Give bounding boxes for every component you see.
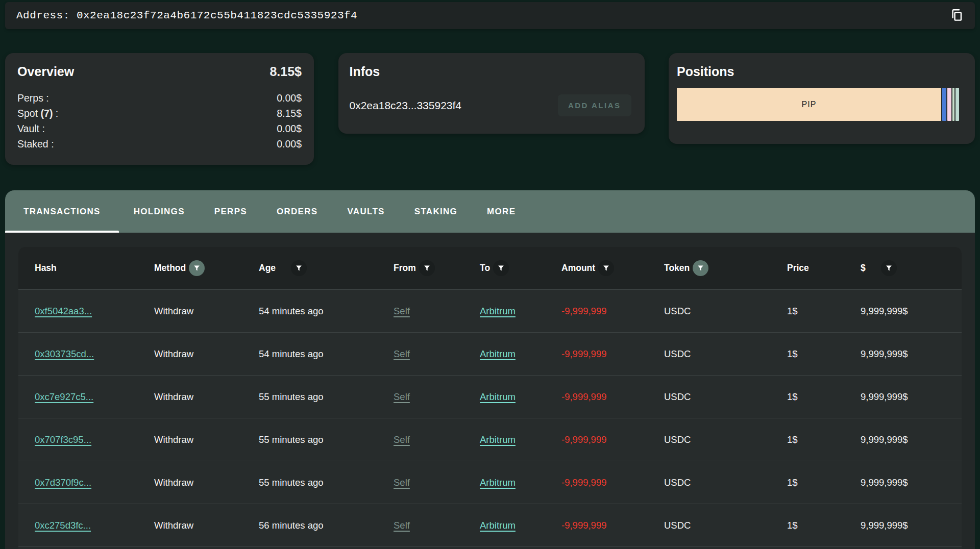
- table-row: 0x303735cd... Withdraw 54 minutes ago Se…: [18, 332, 962, 375]
- to-link[interactable]: Arbitrum: [480, 477, 516, 488]
- column-header-usd: $: [850, 260, 962, 276]
- overview-row-spot: Spot (7) : 8.15$: [17, 106, 302, 121]
- tab-vaults[interactable]: VAULTS: [332, 190, 399, 233]
- short-address: 0x2ea18c23...335923f4: [350, 99, 462, 112]
- from-link[interactable]: Self: [394, 477, 410, 488]
- position-segment-seg5[interactable]: [955, 88, 959, 121]
- tx-hash-link[interactable]: 0xc7e927c5...: [35, 391, 93, 403]
- usd-filter-icon[interactable]: [881, 260, 897, 276]
- address-text: Address: 0x2ea18c23f72a4b6172c55b411823c…: [16, 10, 945, 21]
- tab-perps[interactable]: PERPS: [200, 190, 262, 233]
- overview-row-vault: Vault : 0.00$: [17, 121, 302, 136]
- overview-total-value: 8.15$: [270, 64, 302, 79]
- overview-row-staked: Staked : 0.00$: [17, 136, 302, 152]
- spot-count: (7): [41, 108, 53, 119]
- from-filter-icon[interactable]: [419, 260, 435, 276]
- staked-value: 0.00$: [277, 136, 302, 152]
- position-segment-pip[interactable]: PIP: [677, 88, 941, 121]
- tx-hash-link[interactable]: 0xf5042aa3...: [35, 306, 92, 317]
- table-row: 0xf5042aa3... Withdraw 54 minutes ago Se…: [18, 289, 962, 332]
- amount-filter-icon[interactable]: [598, 260, 614, 276]
- address-bar: Address: 0x2ea18c23f72a4b6172c55b411823c…: [5, 2, 975, 29]
- tx-hash-link[interactable]: 0x7d370f9c...: [35, 477, 91, 488]
- explorer-page: Address: 0x2ea18c23f72a4b6172c55b411823c…: [0, 0, 980, 549]
- to-filter-icon[interactable]: [493, 260, 509, 276]
- positions-title: Positions: [677, 64, 734, 79]
- table-row: 0xc7e927c5... Withdraw 55 minutes ago Se…: [18, 375, 962, 418]
- tab-bar: TRANSACTIONSHOLDINGSPERPSORDERSVAULTSSTA…: [5, 190, 975, 233]
- overview-card: Overview 8.15$ Perps : 0.00$ Spot (7) : …: [5, 53, 314, 165]
- tab-orders[interactable]: ORDERS: [262, 190, 333, 233]
- tx-hash-link[interactable]: 0xc275d3fc...: [35, 520, 91, 531]
- transactions-panel: Hash Method Age From To Amount Token Pri…: [5, 233, 975, 549]
- position-segment-seg4[interactable]: [952, 88, 954, 121]
- column-header-amount: Amount: [551, 260, 654, 276]
- copy-icon: [950, 8, 964, 23]
- column-header-method: Method: [144, 260, 249, 276]
- positions-bar: PIP: [677, 88, 959, 121]
- age-filter-icon[interactable]: [291, 260, 307, 276]
- spot-value: 8.15$: [277, 106, 302, 121]
- infos-card: Infos 0x2ea18c23...335923f4 ADD ALIAS: [338, 53, 645, 134]
- tx-hash-link[interactable]: 0x303735cd...: [35, 348, 94, 360]
- position-segment-seg2[interactable]: [942, 88, 946, 121]
- add-alias-button[interactable]: ADD ALIAS: [558, 94, 631, 116]
- to-link[interactable]: Arbitrum: [480, 348, 516, 360]
- table-row-partial: [18, 546, 962, 549]
- overview-title: Overview: [17, 64, 74, 79]
- copy-address-button[interactable]: [945, 5, 968, 27]
- from-link[interactable]: Self: [394, 434, 410, 445]
- position-segment-seg3[interactable]: [947, 88, 951, 121]
- column-header-age: Age: [249, 260, 383, 276]
- from-link[interactable]: Self: [394, 306, 410, 317]
- overview-row-perps: Perps : 0.00$: [17, 90, 302, 106]
- tab-staking[interactable]: STAKING: [400, 190, 472, 233]
- table-header-row: Hash Method Age From To Amount Token Pri…: [18, 247, 962, 289]
- transactions-table: Hash Method Age From To Amount Token Pri…: [18, 247, 962, 549]
- to-link[interactable]: Arbitrum: [480, 306, 516, 317]
- method-filter-icon[interactable]: [189, 260, 205, 276]
- infos-title: Infos: [350, 64, 380, 79]
- token-filter-icon[interactable]: [693, 260, 708, 276]
- summary-cards: Overview 8.15$ Perps : 0.00$ Spot (7) : …: [5, 53, 975, 165]
- column-header-price: Price: [777, 263, 850, 273]
- from-link[interactable]: Self: [394, 348, 410, 360]
- positions-card: Positions PIP: [669, 53, 975, 144]
- tab-more[interactable]: MORE: [472, 190, 530, 233]
- table-body: 0xf5042aa3... Withdraw 54 minutes ago Se…: [18, 289, 962, 549]
- column-header-from: From: [383, 260, 470, 276]
- table-row: 0xc275d3fc... Withdraw 56 minutes ago Se…: [18, 504, 962, 546]
- column-header-hash: Hash: [18, 263, 144, 273]
- column-header-token: Token: [654, 260, 777, 276]
- from-link[interactable]: Self: [394, 520, 410, 531]
- column-header-to: To: [470, 260, 551, 276]
- from-link[interactable]: Self: [394, 391, 410, 403]
- tab-holdings[interactable]: HOLDINGS: [119, 190, 200, 233]
- vault-value: 0.00$: [277, 121, 302, 136]
- table-row: 0x7d370f9c... Withdraw 55 minutes ago Se…: [18, 461, 962, 504]
- tab-transactions[interactable]: TRANSACTIONS: [5, 190, 119, 233]
- tx-hash-link[interactable]: 0x707f3c95...: [35, 434, 91, 445]
- to-link[interactable]: Arbitrum: [480, 434, 516, 445]
- perps-value: 0.00$: [277, 90, 302, 106]
- to-link[interactable]: Arbitrum: [480, 391, 516, 403]
- table-row: 0x707f3c95... Withdraw 55 minutes ago Se…: [18, 418, 962, 461]
- to-link[interactable]: Arbitrum: [480, 520, 516, 531]
